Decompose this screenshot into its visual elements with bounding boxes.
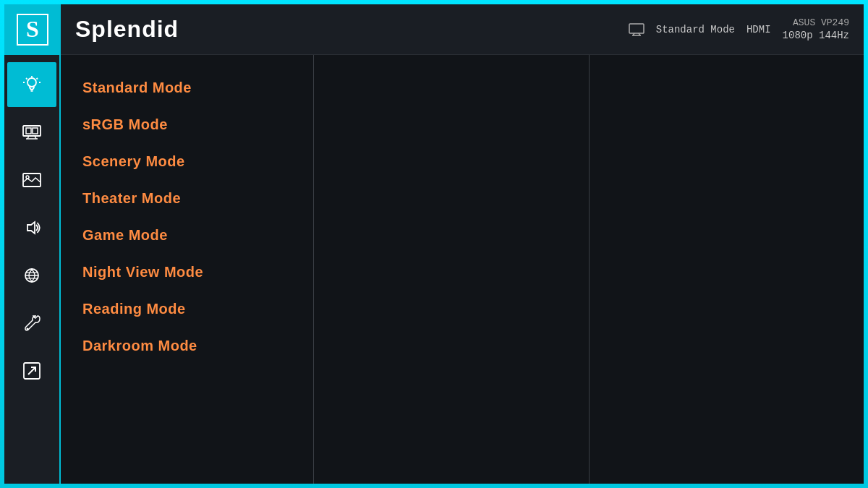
inner-container: S Splendid Standard Mode HDMI ASUS VP249… xyxy=(4,4,864,484)
svg-point-4 xyxy=(27,78,36,87)
menu-item-standard[interactable]: Standard Mode xyxy=(61,69,313,106)
shortcut-icon xyxy=(22,361,41,380)
header-mode: Standard Mode xyxy=(656,24,735,35)
outer-border: S Splendid Standard Mode HDMI ASUS VP249… xyxy=(0,0,868,488)
menu-item-game[interactable]: Game Mode xyxy=(61,217,313,254)
svg-rect-0 xyxy=(629,24,644,33)
menu-item-reading[interactable]: Reading Mode xyxy=(61,291,313,328)
menu-item-scenery[interactable]: Scenery Mode xyxy=(61,143,313,180)
monitor-icon xyxy=(629,23,644,36)
sidebar xyxy=(4,55,61,484)
svg-point-19 xyxy=(26,176,29,179)
menu-item-darkroom[interactable]: Darkroom Mode xyxy=(61,328,313,364)
svg-point-25 xyxy=(27,328,29,330)
svg-rect-13 xyxy=(26,128,31,134)
wrench-icon xyxy=(22,313,42,333)
header-model: ASUS VP249 xyxy=(793,17,849,28)
second-column xyxy=(314,55,590,484)
sidebar-item-sound[interactable] xyxy=(7,205,56,250)
header-model-group: ASUS VP249 1080p 144Hz xyxy=(783,17,849,41)
svg-rect-14 xyxy=(33,128,38,134)
sidebar-item-shortcut[interactable] xyxy=(7,348,56,393)
input-icon xyxy=(22,265,42,286)
main-content: Standard Mode sRGB Mode Scenery Mode The… xyxy=(4,55,864,484)
sidebar-item-system[interactable] xyxy=(7,301,56,346)
sidebar-item-panel[interactable] xyxy=(7,110,56,155)
header-input: HDMI xyxy=(746,24,771,35)
logo-icon: S xyxy=(17,14,48,46)
menu-column: Standard Mode sRGB Mode Scenery Mode The… xyxy=(61,55,314,484)
sound-icon xyxy=(22,218,42,238)
page-title: Splendid xyxy=(75,16,179,43)
menu-item-nightview[interactable]: Night View Mode xyxy=(61,254,313,291)
sidebar-item-input[interactable] xyxy=(7,253,56,298)
third-column xyxy=(590,55,864,484)
panel-icon xyxy=(22,124,42,140)
lightbulb-icon xyxy=(22,74,42,95)
sidebar-item-splendid[interactable] xyxy=(7,62,56,107)
menu-item-srgb[interactable]: sRGB Mode xyxy=(61,106,313,143)
image-icon xyxy=(22,172,42,188)
sidebar-item-image[interactable] xyxy=(7,158,56,202)
menu-item-theater[interactable]: Theater Mode xyxy=(61,180,313,217)
header-info: Standard Mode HDMI ASUS VP249 1080p 144H… xyxy=(629,17,849,41)
svg-line-6 xyxy=(26,78,27,80)
svg-marker-20 xyxy=(27,222,35,234)
header: S Splendid Standard Mode HDMI ASUS VP249… xyxy=(4,4,864,55)
header-resolution: 1080p 144Hz xyxy=(783,30,849,41)
logo-area: S xyxy=(4,4,61,55)
content-area: Standard Mode sRGB Mode Scenery Mode The… xyxy=(61,55,864,484)
svg-line-8 xyxy=(37,78,38,80)
